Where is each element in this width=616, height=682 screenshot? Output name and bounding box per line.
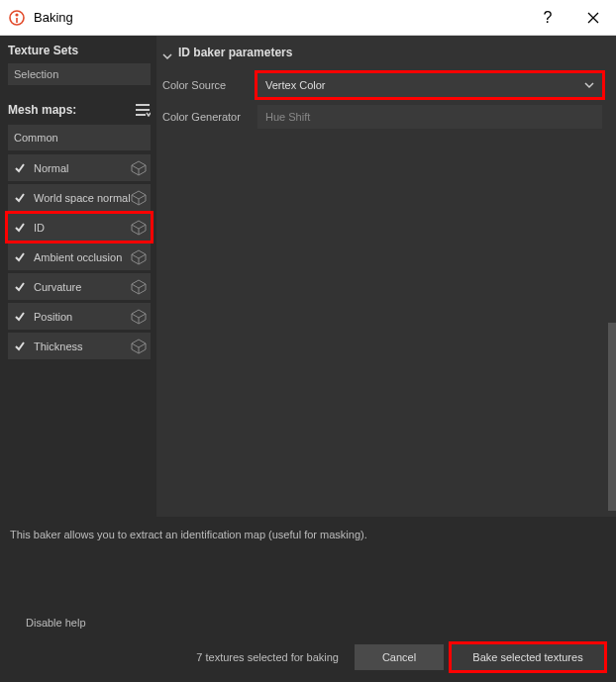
- close-button[interactable]: [570, 0, 616, 36]
- scrollbar[interactable]: [608, 323, 616, 511]
- mesh-map-label: Position: [34, 311, 131, 323]
- group-common[interactable]: Common: [8, 125, 151, 150]
- cancel-button[interactable]: Cancel: [355, 644, 444, 670]
- cube-icon[interactable]: [131, 220, 147, 236]
- checkbox[interactable]: [14, 162, 26, 174]
- footer-status: 7 textures selected for baking: [196, 651, 339, 663]
- cube-icon[interactable]: [131, 309, 147, 325]
- mesh-map-item[interactable]: Thickness: [8, 333, 151, 359]
- checkbox[interactable]: [14, 341, 26, 352]
- color-generator-value: Hue Shift: [265, 111, 310, 123]
- svg-marker-18: [132, 310, 146, 318]
- mesh-map-item[interactable]: Ambient occlusion: [8, 244, 151, 270]
- cube-icon[interactable]: [131, 339, 147, 354]
- help-button[interactable]: ?: [525, 0, 570, 36]
- bake-button[interactable]: Bake selected textures: [452, 644, 604, 670]
- checkbox[interactable]: [14, 251, 26, 263]
- texture-set-selection[interactable]: Selection: [8, 63, 151, 85]
- options-icon[interactable]: [135, 103, 151, 117]
- mesh-map-item[interactable]: Normal: [8, 154, 151, 181]
- parameters-panel: ID baker parameters Color Source Vertex …: [156, 36, 616, 517]
- svg-marker-8: [132, 161, 146, 169]
- mesh-map-label: Thickness: [34, 341, 131, 352]
- titlebar: Baking ?: [0, 0, 616, 36]
- cube-icon[interactable]: [131, 249, 147, 265]
- mesh-map-label: Ambient occlusion: [34, 251, 131, 263]
- checkbox[interactable]: [14, 192, 26, 204]
- svg-point-1: [15, 13, 18, 16]
- cube-icon[interactable]: [131, 190, 147, 206]
- svg-marker-16: [132, 280, 146, 288]
- cube-icon[interactable]: [131, 279, 147, 295]
- mesh-map-label: Curvature: [34, 281, 131, 293]
- mesh-map-label: ID: [34, 222, 131, 234]
- mesh-map-item[interactable]: ID: [8, 214, 151, 241]
- svg-marker-10: [132, 191, 146, 199]
- svg-marker-14: [132, 250, 146, 258]
- chevron-down-icon: [162, 48, 172, 57]
- mesh-map-label: World space normal: [34, 192, 131, 204]
- color-generator-field[interactable]: Hue Shift: [257, 105, 602, 129]
- mesh-map-item[interactable]: Curvature: [8, 273, 151, 300]
- chevron-down-icon: [584, 80, 594, 90]
- checkbox[interactable]: [14, 222, 26, 234]
- svg-marker-20: [132, 340, 146, 347]
- color-source-select[interactable]: Vertex Color: [257, 73, 602, 97]
- window-title: Baking: [34, 10, 73, 25]
- texture-sets-label: Texture Sets: [8, 44, 151, 57]
- color-source-value: Vertex Color: [265, 79, 326, 91]
- disable-help-link[interactable]: Disable help: [10, 599, 606, 640]
- mesh-map-label: Normal: [34, 162, 131, 174]
- params-title: ID baker parameters: [178, 46, 292, 59]
- checkbox[interactable]: [14, 281, 26, 293]
- app-icon: [8, 9, 26, 27]
- color-source-label: Color Source: [162, 79, 257, 91]
- left-panel: Texture Sets Selection Mesh maps: Common…: [0, 36, 156, 517]
- svg-marker-12: [132, 221, 146, 229]
- color-generator-label: Color Generator: [162, 111, 257, 123]
- baker-description: This baker allows you to extract an iden…: [0, 517, 616, 540]
- section-header[interactable]: ID baker parameters: [162, 46, 602, 59]
- mesh-map-item[interactable]: World space normal: [8, 184, 151, 211]
- cube-icon[interactable]: [131, 160, 147, 176]
- mesh-map-item[interactable]: Position: [8, 303, 151, 330]
- mesh-maps-label: Mesh maps:: [8, 103, 76, 117]
- checkbox[interactable]: [14, 311, 26, 323]
